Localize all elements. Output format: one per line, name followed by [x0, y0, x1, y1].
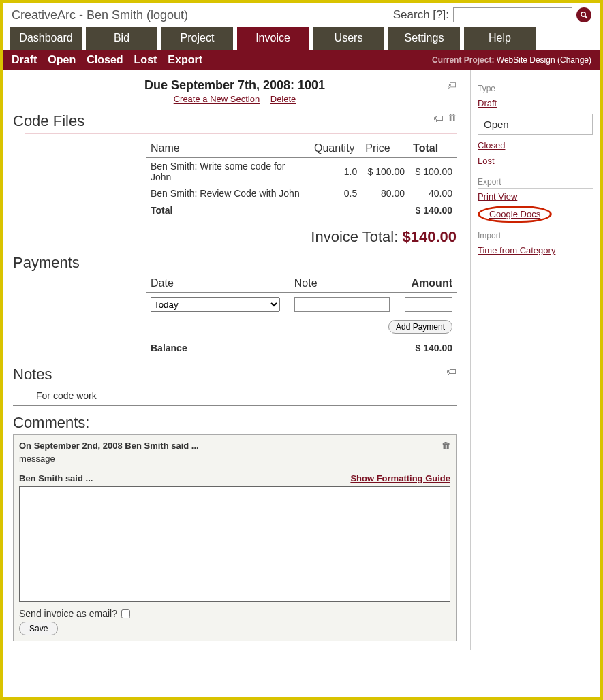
code-files-heading: Code Files 🏷 🗑	[13, 112, 457, 130]
trash-icon[interactable]: 🗑	[448, 112, 457, 124]
send-email-checkbox[interactable]	[121, 609, 130, 618]
note-text: For code work	[13, 386, 457, 406]
send-email-label: Send invoice as email?	[19, 608, 117, 619]
tab-project[interactable]: Project	[161, 27, 233, 50]
import-heading: Import	[478, 228, 593, 242]
google-docs-link[interactable]: Google Docs	[489, 209, 540, 219]
current-project: Current Project: WebSite Design (Change)	[432, 55, 591, 65]
commenter-said: Ben Smith said ...	[19, 473, 93, 483]
items-table: Name Quantity Price Total Ben Smith: Wri…	[146, 140, 457, 219]
change-project-link[interactable]: (Change)	[557, 55, 591, 65]
search-icon[interactable]	[576, 7, 591, 22]
tab-dashboard[interactable]: Dashboard	[10, 27, 82, 50]
subnav: Draft Open Closed Lost Export	[12, 54, 202, 66]
balance-row: Balance $ 140.00	[146, 338, 457, 358]
highlight-circle: Google Docs	[478, 206, 552, 223]
create-section-link[interactable]: Create a New Section	[174, 94, 260, 104]
total-row: Total $ 140.00	[146, 202, 457, 219]
comment-box: On September 2nd, 2008 Ben Smith said ..…	[13, 434, 457, 641]
save-button[interactable]: Save	[19, 622, 58, 635]
tab-invoice[interactable]: Invoice	[237, 27, 309, 50]
add-payment-button[interactable]: Add Payment	[388, 320, 452, 334]
time-from-category-link[interactable]: Time from Category	[478, 242, 593, 258]
print-view-link[interactable]: Print View	[478, 189, 593, 204]
search-input[interactable]	[453, 7, 572, 22]
type-draft-link[interactable]: Draft	[478, 95, 593, 111]
date-select[interactable]: Today	[151, 297, 280, 312]
type-open-box[interactable]: Open	[478, 114, 593, 135]
svg-point-0	[581, 12, 585, 16]
col-name: Name	[146, 140, 310, 158]
col-qty: Quantity	[310, 140, 361, 158]
subnav-lost[interactable]: Lost	[134, 54, 157, 66]
comment-header: On September 2nd, 2008 Ben Smith said ..…	[19, 441, 199, 451]
delete-link[interactable]: Delete	[270, 94, 296, 104]
col-amount: Amount	[398, 274, 457, 293]
tag-icon[interactable]: 🏷	[447, 80, 457, 91]
type-closed-link[interactable]: Closed	[478, 138, 593, 153]
payments-table: Date Note Amount Today Add Payment	[146, 274, 457, 357]
tab-help[interactable]: Help	[464, 27, 536, 50]
comment-message: message	[19, 454, 450, 464]
user-link[interactable]: Ben Smith (logout)	[87, 8, 188, 22]
svg-line-1	[585, 16, 587, 18]
trash-icon[interactable]: 🗑	[442, 441, 450, 451]
subnav-open[interactable]: Open	[48, 54, 76, 66]
subnav-draft[interactable]: Draft	[12, 54, 37, 66]
search-label: Search [?]:	[393, 8, 449, 22]
col-note: Note	[290, 274, 399, 293]
type-lost-link[interactable]: Lost	[478, 153, 593, 169]
type-heading: Type	[478, 81, 593, 95]
main-tabs: Dashboard Bid Project Invoice Users Sett…	[3, 27, 600, 50]
tab-users[interactable]: Users	[313, 27, 384, 50]
amount-input[interactable]	[405, 297, 452, 312]
note-input[interactable]	[294, 297, 390, 312]
tag-icon[interactable]: 🏷	[446, 366, 457, 377]
col-date: Date	[146, 274, 290, 293]
subnav-export[interactable]: Export	[168, 54, 202, 66]
col-total: Total	[409, 140, 457, 158]
invoice-total: Invoice Total: $140.00	[13, 228, 457, 246]
tag-icon[interactable]: 🏷	[433, 112, 444, 124]
notes-heading: Notes 🏷	[13, 366, 457, 383]
table-row: Ben Smith: Write some code for John 1.0 …	[146, 158, 457, 186]
tab-settings[interactable]: Settings	[388, 27, 460, 50]
comments-heading: Comments:	[13, 414, 457, 432]
table-row: Ben Smith: Review Code with John 0.5 80.…	[146, 185, 457, 202]
due-line: Due September 7th, 2008: 1001	[13, 78, 457, 93]
export-heading: Export	[478, 174, 593, 189]
brand-area: CreativeArc - Ben Smith (logout)	[12, 8, 188, 22]
payments-heading: Payments	[13, 254, 457, 272]
formatting-guide-link[interactable]: Show Formatting Guide	[350, 473, 450, 483]
col-price: Price	[361, 140, 409, 158]
tab-bid[interactable]: Bid	[86, 27, 157, 50]
subnav-closed[interactable]: Closed	[87, 54, 123, 66]
comment-textarea[interactable]	[19, 486, 450, 602]
brand-name: CreativeArc	[12, 8, 76, 22]
